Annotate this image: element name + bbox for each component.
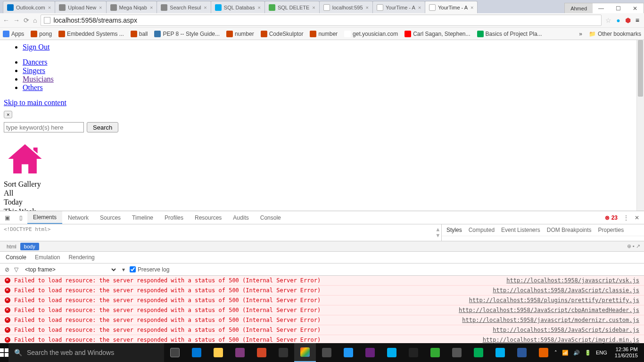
styles-tab[interactable]: Styles xyxy=(446,227,462,233)
crumb-html[interactable]: html xyxy=(3,243,20,250)
bookmarks-overflow[interactable]: » xyxy=(579,31,582,37)
devtools-tab-sources[interactable]: Sources xyxy=(94,211,126,224)
styles-tab[interactable]: Event Listeners xyxy=(501,227,540,233)
edge-icon[interactable] xyxy=(186,343,207,362)
close-tab-icon[interactable]: × xyxy=(48,5,51,10)
bookmark-item[interactable]: get.yousician.com xyxy=(344,31,398,37)
bookmark-item[interactable]: number xyxy=(310,31,338,37)
devtools-tab-console[interactable]: Console xyxy=(255,211,287,224)
frame-select[interactable]: <top frame> xyxy=(23,266,117,273)
search-input[interactable] xyxy=(4,122,84,132)
error-source-link[interactable]: http://localhost:5958/javascript/moderni… xyxy=(462,317,639,323)
maximize-button[interactable]: ☐ xyxy=(610,5,627,12)
close-tab-icon[interactable]: × xyxy=(204,5,206,10)
link-dancers[interactable]: Dancers xyxy=(23,58,47,66)
elements-panel[interactable]: <!DOCTYPE html> ▲▼ xyxy=(0,224,441,241)
close-tab-icon[interactable]: × xyxy=(471,5,473,10)
home-button[interactable]: ⌂ xyxy=(33,16,37,24)
devtools-tab-elements[interactable]: Elements xyxy=(27,211,62,224)
close-tab-icon[interactable]: × xyxy=(312,5,315,10)
error-source-link[interactable]: http://localhost:5958/plugins/prettify/p… xyxy=(469,297,639,304)
close-window-button[interactable]: ✕ xyxy=(627,5,644,12)
skip-link[interactable]: Skip to main content xyxy=(4,99,66,107)
error-source-link[interactable]: http://localhost:5958/JavaScript/classie… xyxy=(493,287,639,294)
bookmark-item[interactable]: pong xyxy=(31,31,52,37)
close-x-button[interactable]: × xyxy=(4,111,12,118)
link-sign-out[interactable]: Sign Out xyxy=(23,43,50,51)
error-source-link[interactable]: http://localhost:5958/JavaScript/imgrid.… xyxy=(483,337,639,343)
menu-icon[interactable]: ≡ xyxy=(636,16,639,24)
start-button[interactable] xyxy=(0,343,8,362)
devtools-tab-profiles[interactable]: Profiles xyxy=(159,211,189,224)
chrome-icon[interactable] xyxy=(294,343,316,362)
close-tab-icon[interactable]: × xyxy=(257,5,260,10)
url-input[interactable] xyxy=(53,16,598,24)
bookmark-item[interactable]: Basics of Project Pla... xyxy=(477,31,542,37)
app-icon[interactable] xyxy=(424,343,446,362)
clock[interactable]: 12:36 PM 11/6/2015 xyxy=(612,346,641,359)
error-source-link[interactable]: http://localhost:5958/JavaScript/cbpAnim… xyxy=(459,307,639,313)
browser-tab[interactable]: YourTime - A× xyxy=(372,1,425,13)
console-drawer-tab[interactable]: Console xyxy=(6,254,26,261)
bookmark-item[interactable]: ball xyxy=(131,31,148,37)
browser-tab[interactable]: SQL DELETE× xyxy=(264,1,320,13)
styles-tab[interactable]: Computed xyxy=(469,227,495,233)
bookmark-item[interactable]: Embedded Systems ... xyxy=(58,31,124,37)
close-tab-icon[interactable]: × xyxy=(418,5,421,10)
error-count[interactable]: ⊗ 23 xyxy=(605,214,618,221)
volume-icon[interactable]: 🔊 xyxy=(573,350,580,356)
filter-icon[interactable]: ▽ xyxy=(14,266,18,273)
store-icon[interactable] xyxy=(272,343,294,362)
error-source-link[interactable]: http://localhost:5958/javascript/vsk.js xyxy=(506,277,639,284)
app2-icon[interactable] xyxy=(446,343,468,362)
task-view-icon[interactable] xyxy=(164,343,186,362)
link-musicians[interactable]: Musicians xyxy=(23,75,54,83)
bookmark-item[interactable]: Carl Sagan, Stephen... xyxy=(405,31,470,37)
other-bookmarks[interactable]: 📁Other bookmarks xyxy=(589,31,641,37)
clear-console-icon[interactable]: ⊘ xyxy=(5,266,9,273)
skype-taskbar-icon[interactable] xyxy=(381,343,403,362)
powerpoint-icon[interactable] xyxy=(251,343,272,362)
console-drawer-tab[interactable]: Emulation xyxy=(35,254,60,261)
taskbar-search[interactable]: 🔍 Search the web and Windows xyxy=(8,343,164,362)
language-indicator[interactable]: ENG xyxy=(596,350,607,355)
firefox-icon[interactable] xyxy=(533,343,554,362)
browser-tab[interactable]: YourTime - A× xyxy=(425,1,478,13)
adblock-icon[interactable]: ⬢ xyxy=(625,16,631,24)
devtools-tab-audits[interactable]: Audits xyxy=(227,211,254,224)
cometbird-icon[interactable] xyxy=(468,343,489,362)
bookmark-item[interactable]: CodeSkulptor xyxy=(261,31,304,37)
browser-tab[interactable]: Search Resul× xyxy=(157,1,211,13)
word-icon[interactable] xyxy=(511,343,533,362)
sort-opt-today[interactable]: Today xyxy=(4,197,640,206)
explorer-icon[interactable] xyxy=(207,343,229,362)
styles-tab[interactable]: DOM Breakpoints xyxy=(547,227,592,233)
skype2-icon[interactable] xyxy=(489,343,511,362)
skype-icon[interactable]: ● xyxy=(616,16,620,24)
back-button[interactable]: ← xyxy=(3,16,9,24)
devtools-close-icon[interactable]: ✕ xyxy=(635,214,639,221)
vs-icon[interactable] xyxy=(359,343,381,362)
reload-button[interactable]: ⟳ xyxy=(24,16,29,24)
battery-icon[interactable]: 🔋 xyxy=(585,350,591,356)
network-icon[interactable]: 📶 xyxy=(562,350,569,356)
devtools-menu-icon[interactable]: ⋮ xyxy=(623,214,629,221)
preserve-log-checkbox[interactable]: Preserve log xyxy=(130,266,169,273)
device-icon[interactable]: ▯ xyxy=(15,214,27,221)
sort-opt-all[interactable]: All xyxy=(4,189,640,197)
close-tab-icon[interactable]: × xyxy=(366,5,369,10)
devtools-tab-network[interactable]: Network xyxy=(62,211,94,224)
sort-opt-week[interactable]: This Week xyxy=(4,207,640,211)
error-source-link[interactable]: http://localhost:5958/JavaScript/sidebar… xyxy=(493,327,639,333)
search-button[interactable]: Search xyxy=(87,122,118,132)
styles-tab[interactable]: Properties xyxy=(598,227,624,233)
apps-shortcut[interactable]: Apps xyxy=(3,31,24,37)
close-tab-icon[interactable]: × xyxy=(150,5,153,10)
browser-tab[interactable]: Outlook.com× xyxy=(3,1,55,13)
browser-tab[interactable]: localhost:595× xyxy=(319,1,373,13)
browser-tab[interactable]: SQL Databas× xyxy=(211,1,265,13)
cmd-icon[interactable] xyxy=(403,343,424,362)
console-drawer-tab[interactable]: Rendering xyxy=(68,254,94,261)
inspect-icon[interactable]: ▣ xyxy=(0,214,15,221)
sublime-icon[interactable] xyxy=(316,343,338,362)
